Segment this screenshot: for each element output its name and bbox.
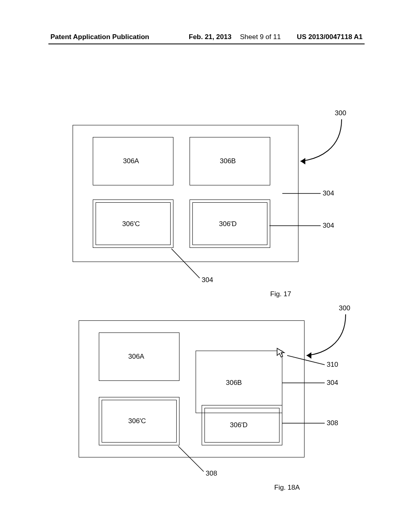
svg-line-9 — [178, 446, 204, 472]
page-root: Patent Application Publication Feb. 21, … — [0, 0, 413, 532]
fig18a-leader-308b — [0, 0, 413, 532]
fig18a-caption: Fig. 18A — [274, 484, 300, 492]
